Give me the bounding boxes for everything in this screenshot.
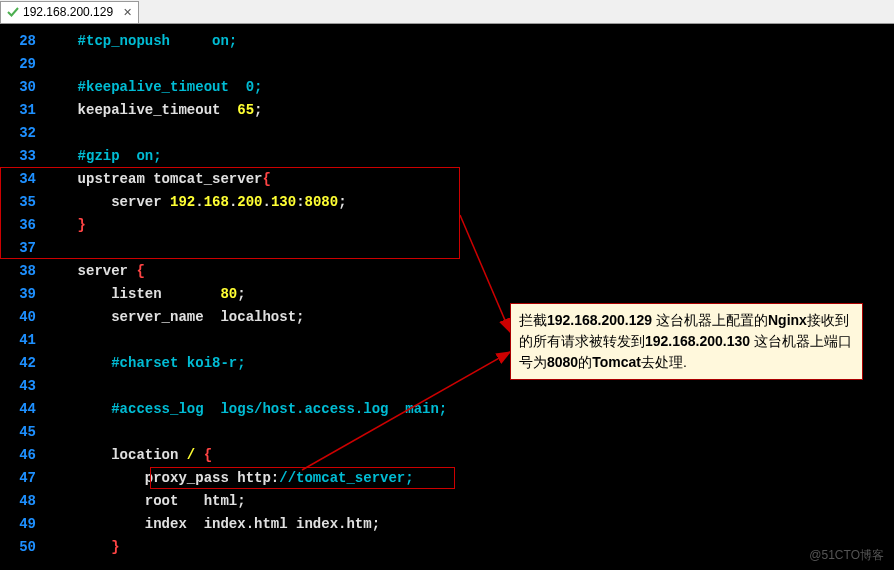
code-line: server { [44, 260, 894, 283]
line-number: 35 [0, 191, 36, 214]
annotation-callout: 拦截192.168.200.129 这台机器上配置的Nginx接收到的所有请求被… [510, 303, 863, 380]
code-line: #tcp_nopush on; [44, 30, 894, 53]
line-number: 45 [0, 421, 36, 444]
code-line: upstream tomcat_server{ [44, 168, 894, 191]
code-line: location / { [44, 444, 894, 467]
tab-title: 192.168.200.129 [23, 5, 113, 19]
code-line: keepalive_timeout 65; [44, 99, 894, 122]
line-number: 33 [0, 145, 36, 168]
code-line: #access_log logs/host.access.log main; [44, 398, 894, 421]
close-icon[interactable]: ✕ [123, 6, 132, 19]
line-number: 41 [0, 329, 36, 352]
line-number: 38 [0, 260, 36, 283]
line-number: 48 [0, 490, 36, 513]
line-number: 47 [0, 467, 36, 490]
line-number: 49 [0, 513, 36, 536]
line-number: 29 [0, 53, 36, 76]
line-number: 39 [0, 283, 36, 306]
code-line: #keepalive_timeout 0; [44, 76, 894, 99]
line-number: 34 [0, 168, 36, 191]
code-line: root html; [44, 490, 894, 513]
code-line: proxy_pass http://tomcat_server; [44, 467, 894, 490]
line-number: 32 [0, 122, 36, 145]
line-number: 37 [0, 237, 36, 260]
line-number: 28 [0, 30, 36, 53]
code-editor[interactable]: 2829303132333435363738394041424344454647… [0, 24, 894, 570]
line-number: 46 [0, 444, 36, 467]
code-line: } [44, 214, 894, 237]
line-number: 31 [0, 99, 36, 122]
code-line [44, 237, 894, 260]
line-number: 44 [0, 398, 36, 421]
code-line: } [44, 536, 894, 559]
tab-bar: 192.168.200.129 ✕ [0, 0, 894, 24]
line-number: 50 [0, 536, 36, 559]
code-line [44, 53, 894, 76]
line-number: 42 [0, 352, 36, 375]
code-line: server 192.168.200.130:8080; [44, 191, 894, 214]
line-number: 30 [0, 76, 36, 99]
watermark: @51CTO博客 [809, 547, 884, 564]
editor-tab[interactable]: 192.168.200.129 ✕ [0, 1, 139, 23]
code-line [44, 122, 894, 145]
line-number: 43 [0, 375, 36, 398]
line-number: 40 [0, 306, 36, 329]
code-line: index index.html index.htm; [44, 513, 894, 536]
code-line: #gzip on; [44, 145, 894, 168]
line-gutter: 2829303132333435363738394041424344454647… [0, 24, 44, 570]
code-area[interactable]: #tcp_nopush on; #keepalive_timeout 0; ke… [44, 24, 894, 570]
line-number: 36 [0, 214, 36, 237]
code-line [44, 421, 894, 444]
check-icon [7, 6, 19, 18]
